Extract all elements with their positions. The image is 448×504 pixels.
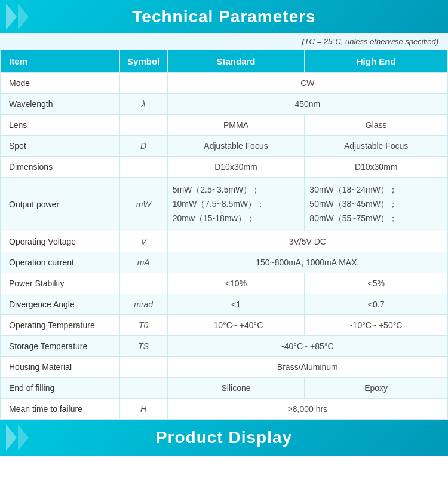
table-row: Divergence Anglemrad<1<0.7 <box>1 294 448 315</box>
cell-item: Dimensions <box>1 157 120 178</box>
cell-standard: <10% <box>167 273 305 294</box>
cell-standard-span: 3V/5V DC <box>167 231 447 252</box>
cell-symbol <box>119 378 167 399</box>
cell-standard-span: Brass/Aluminum <box>167 357 447 378</box>
cell-symbol: λ <box>119 94 167 115</box>
cell-item: Storage Temperature <box>1 336 120 357</box>
cell-item: Spot <box>1 136 120 157</box>
cell-item: Power Stability <box>1 273 120 294</box>
table-header-row: Item Symbol Standard High End <box>1 50 448 73</box>
page-header: Technical Parameters <box>0 0 448 33</box>
tc-note: (TC = 25°C, unless otherwise specified) <box>0 33 448 50</box>
table-row: LensPMMAGlass <box>1 115 448 136</box>
cell-highend: <0.7 <box>305 294 448 315</box>
cell-standard: <1 <box>167 294 305 315</box>
cell-item: Operating Voltage <box>1 231 120 252</box>
table-row: ModeCW <box>1 73 448 94</box>
page-title: Technical Parameters <box>132 7 315 26</box>
cell-standard-span: CW <box>167 73 447 94</box>
cell-symbol: T0 <box>119 315 167 336</box>
cell-item: Housing Material <box>1 357 120 378</box>
cell-standard-span: -40°C~ +85°C <box>167 336 447 357</box>
cell-symbol: mW <box>119 178 167 231</box>
footer-chevrons <box>6 424 29 451</box>
footer-title: Product Display <box>156 428 292 447</box>
cell-symbol <box>119 115 167 136</box>
cell-highend: Epoxy <box>305 378 448 399</box>
col-header-standard: Standard <box>167 50 305 73</box>
table-row: Power Stability<10%<5% <box>1 273 448 294</box>
cell-standard-multiline: 5mW（2.5~3.5mW）； 10mW（7.5~8.5mW）； 20mw（15… <box>167 178 305 231</box>
cell-highend: -10°C~ +50°C <box>305 315 448 336</box>
col-header-highend: High End <box>305 50 448 73</box>
cell-item: End of filling <box>1 378 120 399</box>
chevron-icon-2 <box>18 4 29 30</box>
cell-standard-span: 150~800mA, 1000mA MAX. <box>167 252 447 273</box>
cell-item: Wavelength <box>1 94 120 115</box>
footer-chevron-icon-2 <box>18 424 29 451</box>
cell-symbol <box>119 73 167 94</box>
cell-symbol <box>119 357 167 378</box>
page-footer: Product Display <box>0 420 448 456</box>
cell-highend: <5% <box>305 273 448 294</box>
table-row: Operation currentmA150~800mA, 1000mA MAX… <box>1 252 448 273</box>
table-row: SpotDAdjustable FocusAdjustable Focus <box>1 136 448 157</box>
col-header-item: Item <box>1 50 120 73</box>
cell-item: Mode <box>1 73 120 94</box>
table-row: Output powermW5mW（2.5~3.5mW）； 10mW（7.5~8… <box>1 178 448 231</box>
chevron-icon-1 <box>6 4 17 30</box>
cell-standard: Adjustable Focus <box>167 136 305 157</box>
cell-symbol: mrad <box>119 294 167 315</box>
cell-standard: D10x30mm <box>167 157 305 178</box>
cell-item: Output power <box>1 178 120 231</box>
footer-chevron-icon-1 <box>6 424 17 451</box>
cell-symbol: V <box>119 231 167 252</box>
cell-standard: PMMA <box>167 115 305 136</box>
cell-standard-span: >8,000 hrs <box>167 399 447 420</box>
table-row: Housing MaterialBrass/Aluminum <box>1 357 448 378</box>
table-row: Mean time to failureH>8,000 hrs <box>1 399 448 420</box>
cell-standard: –10°C~ +40°C <box>167 315 305 336</box>
table-row: Operating TemperatureT0–10°C~ +40°C-10°C… <box>1 315 448 336</box>
cell-symbol <box>119 273 167 294</box>
cell-symbol <box>119 157 167 178</box>
table-row: Storage TemperatureTS-40°C~ +85°C <box>1 336 448 357</box>
table-row: Operating VoltageV3V/5V DC <box>1 231 448 252</box>
cell-symbol: D <box>119 136 167 157</box>
cell-highend-multiline: 30mW（18~24mW）； 50mW（38~45mW）； 80mW（55~75… <box>305 178 448 231</box>
tech-params-table: Item Symbol Standard High End ModeCWWave… <box>0 50 448 420</box>
cell-highend: Glass <box>305 115 448 136</box>
cell-item: Divergence Angle <box>1 294 120 315</box>
cell-item: Operation current <box>1 252 120 273</box>
cell-highend: D10x30mm <box>305 157 448 178</box>
header-chevrons <box>6 4 29 30</box>
cell-highend: Adjustable Focus <box>305 136 448 157</box>
cell-standard-span: 450nm <box>167 94 447 115</box>
cell-symbol: H <box>119 399 167 420</box>
cell-standard: Silicone <box>167 378 305 399</box>
table-row: DimensionsD10x30mmD10x30mm <box>1 157 448 178</box>
cell-item: Lens <box>1 115 120 136</box>
table-row: Wavelengthλ450nm <box>1 94 448 115</box>
cell-item: Mean time to failure <box>1 399 120 420</box>
cell-symbol: TS <box>119 336 167 357</box>
cell-item: Operating Temperature <box>1 315 120 336</box>
col-header-symbol: Symbol <box>119 50 167 73</box>
table-row: End of fillingSiliconeEpoxy <box>1 378 448 399</box>
cell-symbol: mA <box>119 252 167 273</box>
